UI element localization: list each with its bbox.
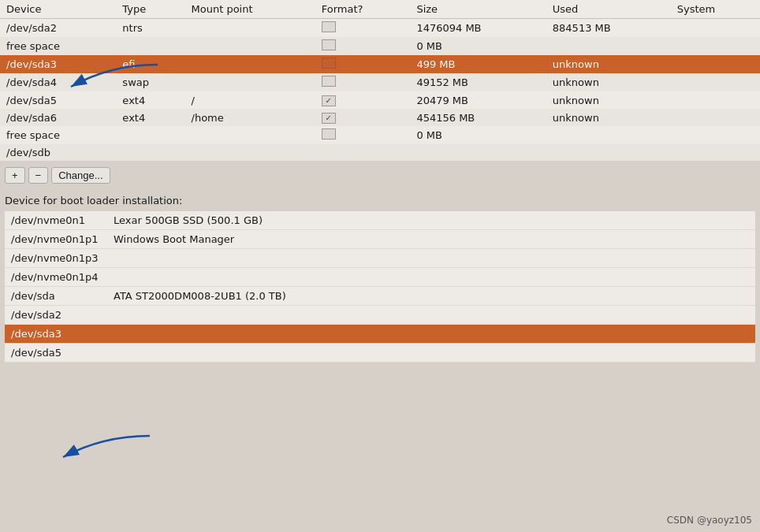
cell-mount: [185, 144, 315, 161]
cell-format[interactable]: [315, 126, 411, 144]
col-system: System: [671, 0, 760, 19]
cell-type: ntrs: [116, 19, 184, 38]
cell-device: /dev/sda6: [0, 109, 116, 126]
col-size: Size: [410, 0, 546, 19]
boot-list-item[interactable]: /dev/nvme0n1Lexar 500GB SSD (500.1 GB): [5, 211, 755, 230]
cell-mount: [185, 19, 315, 38]
cell-mount: [185, 37, 315, 55]
cell-format[interactable]: [315, 55, 411, 73]
boot-list-item[interactable]: /dev/nvme0n1p1Windows Boot Manager: [5, 230, 755, 249]
boot-loader-section: Device for boot loader installation: /de…: [0, 190, 760, 366]
cell-format[interactable]: [315, 37, 411, 55]
cell-format[interactable]: [315, 144, 411, 161]
table-row[interactable]: free space0 MB: [0, 37, 760, 55]
cell-format[interactable]: [315, 109, 411, 126]
cell-system: [671, 73, 760, 91]
boot-device-name: /dev/nvme0n1p1: [11, 233, 114, 245]
cell-type: swap: [116, 73, 184, 91]
cell-type: [116, 144, 184, 161]
boot-loader-label: Device for boot loader installation:: [5, 195, 755, 206]
cell-format[interactable]: [315, 91, 411, 109]
col-mount: Mount point: [185, 0, 315, 19]
cell-type: ext4: [116, 109, 184, 126]
cell-device: /dev/sda2: [0, 19, 116, 38]
cell-mount: /: [185, 91, 315, 109]
bottom-arrow-annotation: [47, 430, 173, 469]
cell-system: [671, 126, 760, 144]
cell-device: /dev/sdb: [0, 144, 116, 161]
cell-mount: [185, 55, 315, 73]
col-format: Format?: [315, 0, 411, 19]
cell-size: 0 MB: [410, 126, 546, 144]
partition-table: Device Type Mount point Format? Size Use…: [0, 0, 760, 161]
col-device: Device: [0, 0, 116, 19]
cell-format[interactable]: [315, 73, 411, 91]
cell-type: [116, 37, 184, 55]
boot-device-name: /dev/nvme0n1p3: [11, 252, 114, 264]
boot-device-desc: Windows Boot Manager: [114, 233, 234, 245]
col-type: Type: [116, 0, 184, 19]
format-checkbox[interactable]: [322, 128, 336, 140]
cell-size: 0 MB: [410, 37, 546, 55]
cell-system: [671, 109, 760, 126]
cell-mount: [185, 126, 315, 144]
cell-device: /dev/sda3: [0, 55, 116, 73]
boot-list-item[interactable]: /dev/sda3: [5, 325, 755, 344]
cell-device: free space: [0, 126, 116, 144]
boot-device-name: /dev/nvme0n1p4: [11, 271, 114, 283]
table-row[interactable]: /dev/sda6ext4/home454156 MBunknown: [0, 109, 760, 126]
cell-size: 454156 MB: [410, 109, 546, 126]
format-checkbox[interactable]: [322, 76, 336, 87]
format-checkbox[interactable]: [322, 95, 336, 106]
cell-device: free space: [0, 37, 116, 55]
cell-used: [546, 126, 671, 144]
cell-size: 49152 MB: [410, 73, 546, 91]
cell-size: 20479 MB: [410, 91, 546, 109]
cell-type: ext4: [116, 91, 184, 109]
format-checkbox[interactable]: [322, 58, 336, 69]
boot-device-desc: ATA ST2000DM008-2UB1 (2.0 TB): [114, 290, 286, 302]
cell-used: unknown: [546, 109, 671, 126]
cell-size: [410, 144, 546, 161]
boot-device-name: /dev/sda2: [11, 309, 114, 321]
boot-device-name: /dev/sda3: [11, 328, 114, 340]
cell-size: 1476094 MB: [410, 19, 546, 38]
cell-used: unknown: [546, 91, 671, 109]
boot-device-name: /dev/sda: [11, 290, 114, 302]
watermark: CSDN @yaoyz105: [667, 515, 752, 526]
cell-size: 499 MB: [410, 55, 546, 73]
boot-list-item[interactable]: /dev/nvme0n1p3: [5, 249, 755, 268]
partition-toolbar: + − Change...: [0, 161, 760, 190]
cell-type: [116, 126, 184, 144]
cell-used: 884513 MB: [546, 19, 671, 38]
cell-system: [671, 144, 760, 161]
boot-device-name: /dev/nvme0n1: [11, 214, 114, 226]
table-row[interactable]: /dev/sda5ext4/20479 MBunknown: [0, 91, 760, 109]
change-partition-button[interactable]: Change...: [51, 167, 110, 184]
boot-device-list[interactable]: /dev/nvme0n1Lexar 500GB SSD (500.1 GB)/d…: [5, 211, 755, 363]
boot-device-name: /dev/sda5: [11, 347, 114, 359]
boot-list-item[interactable]: /dev/sda2: [5, 306, 755, 325]
table-row[interactable]: /dev/sda4swap49152 MBunknown: [0, 73, 760, 91]
table-row[interactable]: /dev/sdb: [0, 144, 760, 161]
cell-type: efi: [116, 55, 184, 73]
boot-list-item[interactable]: /dev/nvme0n1p4: [5, 268, 755, 287]
cell-format[interactable]: [315, 19, 411, 38]
cell-system: [671, 19, 760, 38]
partition-table-container: Device Type Mount point Format? Size Use…: [0, 0, 760, 161]
cell-device: /dev/sda5: [0, 91, 116, 109]
format-checkbox[interactable]: [322, 113, 336, 124]
table-header-row: Device Type Mount point Format? Size Use…: [0, 0, 760, 19]
remove-partition-button[interactable]: −: [28, 167, 49, 184]
col-used: Used: [546, 0, 671, 19]
format-checkbox[interactable]: [322, 39, 336, 50]
table-row[interactable]: /dev/sda2ntrs1476094 MB884513 MB: [0, 19, 760, 38]
add-partition-button[interactable]: +: [5, 167, 25, 184]
cell-mount: /home: [185, 109, 315, 126]
table-row[interactable]: free space0 MB: [0, 126, 760, 144]
boot-list-item[interactable]: /dev/sda5: [5, 344, 755, 363]
boot-list-item[interactable]: /dev/sdaATA ST2000DM008-2UB1 (2.0 TB): [5, 287, 755, 306]
format-checkbox[interactable]: [322, 21, 336, 32]
table-row[interactable]: /dev/sda3efi499 MBunknown: [0, 55, 760, 73]
cell-used: [546, 37, 671, 55]
